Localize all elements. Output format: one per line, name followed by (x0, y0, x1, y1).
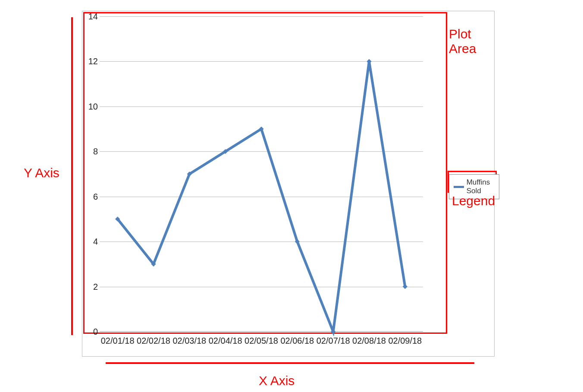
x-axis-annotation-bar (106, 362, 474, 364)
y-tick-label: 10 (83, 101, 98, 111)
chart-container: Plot Area 02468101214 02/01/1802/02/1802… (82, 11, 495, 357)
y-tick-label: 8 (83, 147, 98, 157)
y-axis-annotation: Y Axis (24, 166, 60, 180)
y-tick-label: 14 (83, 12, 98, 22)
data-marker (367, 59, 371, 64)
legend-series-label: Muffins Sold (467, 178, 495, 195)
x-axis-annotation: X Axis (259, 373, 295, 388)
line-series-svg (100, 16, 423, 332)
y-tick-label: 0 (83, 327, 98, 337)
legend-annotation: Legend (452, 194, 495, 208)
y-tick-label: 4 (83, 237, 98, 247)
y-tick-label: 6 (83, 191, 98, 201)
y-tick-label: 2 (83, 282, 98, 292)
y-axis-annotation-bar (71, 17, 73, 335)
plot-area-annotation: Plot Area (449, 27, 494, 56)
x-tick-label: 02/09/18 (383, 336, 426, 346)
plot-area (100, 16, 423, 332)
data-marker (403, 284, 407, 289)
y-tick-label: 12 (83, 56, 98, 66)
legend-swatch (454, 186, 464, 188)
